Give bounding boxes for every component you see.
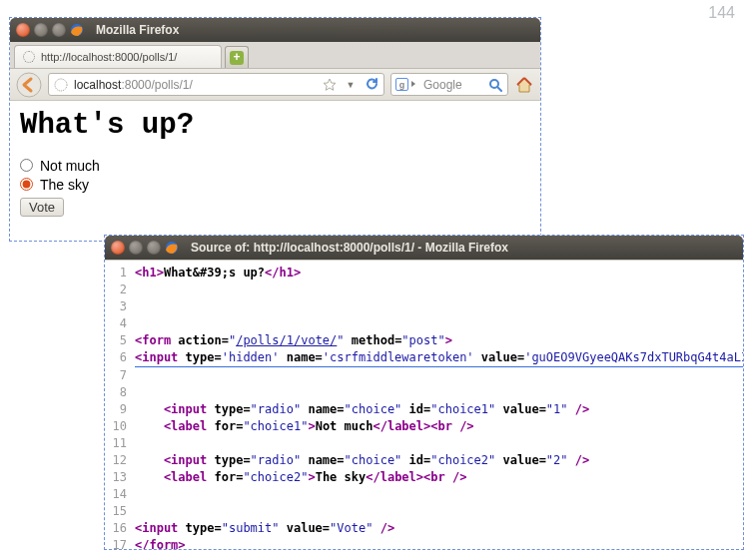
svg-point-1 bbox=[17, 73, 41, 97]
tab-active[interactable]: http://localhost:8000/polls/1/ bbox=[14, 45, 222, 68]
line-number: 13 bbox=[105, 469, 135, 486]
svg-point-2 bbox=[55, 79, 67, 91]
site-identity-icon bbox=[53, 77, 69, 93]
vote-button[interactable]: Vote bbox=[20, 198, 64, 217]
line-number: 6 bbox=[105, 349, 135, 367]
browser-titlebar[interactable]: Mozilla Firefox bbox=[10, 18, 540, 42]
line-number: 3 bbox=[105, 298, 135, 315]
maximize-icon[interactable] bbox=[147, 241, 161, 255]
line-number: 15 bbox=[105, 503, 135, 520]
poll-heading: What's up? bbox=[20, 109, 530, 142]
search-icon[interactable] bbox=[487, 77, 503, 93]
url-host: localhost bbox=[74, 78, 121, 92]
choice-2-label: The sky bbox=[40, 177, 89, 193]
line-number: 14 bbox=[105, 486, 135, 503]
radio-choice-2[interactable] bbox=[20, 178, 33, 191]
source-code[interactable]: 1<h1>What&#39;s up?</h1> 2 3 4 5<form ac… bbox=[105, 260, 743, 549]
line-number: 12 bbox=[105, 452, 135, 469]
minimize-icon[interactable] bbox=[34, 23, 48, 37]
search-placeholder: Google bbox=[423, 78, 482, 92]
back-button[interactable] bbox=[16, 72, 42, 98]
firefox-icon bbox=[70, 23, 84, 37]
page-content: What's up? Not much The sky Vote bbox=[10, 101, 540, 227]
source-titlebar[interactable]: Source of: http://localhost:8000/polls/1… bbox=[105, 236, 743, 260]
radio-choice-1[interactable] bbox=[20, 159, 33, 172]
page-number: 144 bbox=[708, 4, 735, 22]
line-number: 10 bbox=[105, 418, 135, 435]
plus-icon: + bbox=[230, 51, 244, 65]
line-number: 4 bbox=[105, 315, 135, 332]
bookmark-star-icon[interactable] bbox=[322, 77, 338, 93]
poll-option-1: Not much bbox=[20, 156, 530, 175]
line-number: 8 bbox=[105, 384, 135, 401]
svg-line-4 bbox=[497, 87, 501, 91]
close-icon[interactable] bbox=[16, 23, 30, 37]
navigation-toolbar: localhost:8000/polls/1/ ▼ g Google bbox=[10, 69, 540, 101]
chevron-down-icon[interactable]: ▼ bbox=[343, 77, 359, 93]
home-button[interactable] bbox=[514, 75, 534, 95]
line-number: 5 bbox=[105, 332, 135, 349]
favicon-placeholder-icon bbox=[23, 51, 35, 63]
line-number: 1 bbox=[105, 265, 135, 281]
line-number: 7 bbox=[105, 367, 135, 384]
close-icon[interactable] bbox=[111, 241, 125, 255]
maximize-icon[interactable] bbox=[52, 23, 66, 37]
line-number: 2 bbox=[105, 281, 135, 298]
line-number: 17 bbox=[105, 537, 135, 549]
line-number: 11 bbox=[105, 435, 135, 452]
url-path: :8000/polls/1/ bbox=[121, 78, 192, 92]
firefox-icon bbox=[165, 241, 179, 255]
browser-window: Mozilla Firefox http://localhost:8000/po… bbox=[9, 17, 541, 242]
line-number: 9 bbox=[105, 401, 135, 418]
tab-strip: http://localhost:8000/polls/1/ + bbox=[10, 42, 540, 69]
new-tab-button[interactable]: + bbox=[225, 46, 249, 68]
window-title: Mozilla Firefox bbox=[96, 23, 179, 37]
tab-label: http://localhost:8000/polls/1/ bbox=[41, 51, 177, 63]
minimize-icon[interactable] bbox=[129, 241, 143, 255]
source-window: Source of: http://localhost:8000/polls/1… bbox=[104, 235, 744, 550]
search-input[interactable]: g Google bbox=[390, 73, 508, 96]
reload-icon[interactable] bbox=[364, 77, 379, 93]
window-title: Source of: http://localhost:8000/polls/1… bbox=[191, 241, 508, 255]
line-number: 16 bbox=[105, 520, 135, 537]
poll-option-2: The sky bbox=[20, 175, 530, 194]
url-input[interactable]: localhost:8000/polls/1/ ▼ bbox=[48, 73, 384, 96]
google-icon: g bbox=[395, 78, 408, 91]
choice-1-label: Not much bbox=[40, 158, 100, 174]
